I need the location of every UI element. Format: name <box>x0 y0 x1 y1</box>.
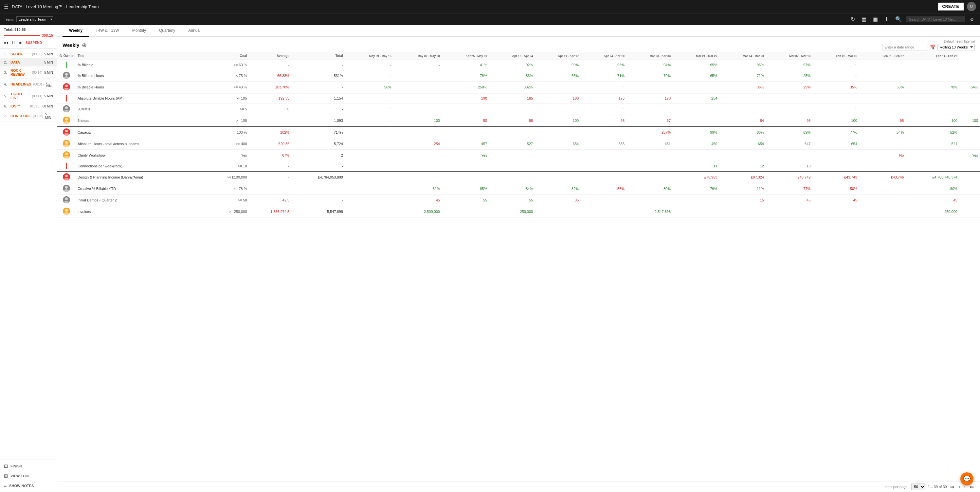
svg-point-21 <box>64 212 69 215</box>
sidebar-total: Total: 310:55 <box>0 25 57 33</box>
search-input[interactable] <box>906 16 965 22</box>
val-cell-3-7: 254 <box>673 93 719 104</box>
val-cell-5-6: 67 <box>627 115 673 127</box>
chart-icon[interactable]: ▦ <box>859 16 869 22</box>
add-scorecard-button[interactable]: ⊕ <box>82 42 87 49</box>
val-cell-10-2 <box>442 171 489 183</box>
download-icon[interactable]: ⬇ <box>883 16 891 22</box>
tab-t4w_&_t13w[interactable]: T4W & T13W <box>89 25 126 37</box>
val-cell-9-2 <box>442 161 489 172</box>
avatar[interactable]: U <box>967 2 976 11</box>
val-cell-11-5: 56% <box>581 183 627 195</box>
sidebar-footer-finish[interactable]: ⊡FINISH <box>0 461 57 471</box>
tab-quarterly[interactable]: Quarterly <box>153 25 182 37</box>
sidebar-item-to-do-list[interactable]: 5. TO-DO LIST (00:11) 5 MIN <box>0 90 57 102</box>
pause-button[interactable]: ⏸ <box>11 40 16 45</box>
val-cell-9-6 <box>627 161 673 172</box>
svg-point-2 <box>65 85 68 87</box>
rewind-button[interactable]: ⏮ <box>4 40 8 45</box>
goal-cell-9: >= 10 <box>204 161 249 172</box>
svg-point-3 <box>64 88 69 90</box>
val-cell-11-12: 80% <box>906 183 959 195</box>
scorecard-table: ⏱ OwnerTitleGoalAverageTotalMay 09 - May… <box>57 52 980 217</box>
owner-cell-12 <box>57 195 76 206</box>
chat-bubble[interactable]: 💬 <box>960 472 974 486</box>
item-num: 4. <box>4 82 8 86</box>
val-cell-4-5: ⌃ <box>581 104 627 115</box>
val-cell-6-13 <box>959 126 980 138</box>
items-per-page-select[interactable]: 50 <box>911 484 925 490</box>
table-row: % Billable Hours< 75 %66.38%531%⌃78%86%6… <box>57 70 980 81</box>
total-cell-3: 1,154 <box>291 93 345 104</box>
val-cell-6-3 <box>489 126 535 138</box>
refresh-icon[interactable]: ↻ <box>849 16 857 22</box>
tab-monthly[interactable]: Monthly <box>126 25 153 37</box>
svg-point-0 <box>65 73 68 76</box>
val-cell-13-1: 2,500,000 <box>393 206 442 217</box>
sidebar-footer: ⊡FINISH⊞VIEW TOOL≡SHOW NOTES <box>0 460 57 492</box>
team-select[interactable]: Leadership Team <box>16 16 53 22</box>
create-button[interactable]: CREATE <box>938 3 964 11</box>
total-cell-12: - <box>291 195 345 206</box>
gear-icon[interactable]: ⚙ <box>968 17 976 22</box>
screen-icon[interactable]: ▣ <box>871 16 880 22</box>
sidebar-item-ids™[interactable]: 6. IDS™ (01:18) 60 MIN <box>0 102 57 110</box>
tab-weekly[interactable]: Weekly <box>62 25 89 37</box>
val-cell-4-2 <box>442 104 489 115</box>
sidebar-item-data[interactable]: 2. DATA 5 MIN <box>0 58 57 67</box>
col-header-10: Apr 04 - Apr 10 <box>581 52 627 60</box>
val-cell-9-13 <box>959 161 980 172</box>
avg-cell-11: - <box>249 183 292 195</box>
svg-point-4 <box>65 107 68 109</box>
goal-cell-12: >= 50 <box>204 195 249 206</box>
pagination-range: 1 – 39 of 39 <box>928 485 947 489</box>
sidebar-item-rock-review[interactable]: 3. ROCK REVIEW (00:14) 5 MIN <box>0 67 57 78</box>
val-cell-13-13 <box>959 206 980 217</box>
val-cell-7-9: 547 <box>766 138 812 150</box>
menu-icon[interactable]: ☰ <box>4 3 8 10</box>
val-cell-0-4: 99% <box>535 60 581 70</box>
sidebar-item-conclude[interactable]: 7. CONCLUDE (00:20) 5 MIN <box>0 110 57 122</box>
val-cell-6-6: 257% <box>627 126 673 138</box>
item-dur: 5 MIN <box>44 53 53 56</box>
first-page-button[interactable]: ⏮ <box>950 484 955 489</box>
tab-annual[interactable]: Annual <box>182 25 207 37</box>
calendar-icon[interactable]: 📅 <box>930 45 935 50</box>
table-row: Initial Demos - Quarter 2>= 5042.5-45555… <box>57 195 980 206</box>
view tool-icon: ⊞ <box>4 473 8 479</box>
col-header-16: Feb 21 - Feb 27 <box>859 52 906 60</box>
avg-cell-7: 520.36 <box>249 138 292 150</box>
val-cell-10-6 <box>627 171 673 183</box>
last-page-button[interactable]: ⏭ <box>969 484 975 489</box>
top-bar: ☰ DATA | Level 10 Meeting™ - Leadership … <box>0 0 980 13</box>
sidebar-item-headlines[interactable]: 4. HEADLINES (00:31) 5 MIN <box>0 78 57 90</box>
interval-select[interactable]: Rolling 13 Weeks <box>937 44 975 50</box>
val-cell-8-11: No <box>859 150 906 161</box>
progress-fill <box>4 35 40 36</box>
total-cell-8: 2 <box>291 150 345 161</box>
val-cell-8-9 <box>766 150 812 161</box>
val-cell-8-7 <box>673 150 719 161</box>
val-cell-8-2: Yes <box>442 150 489 161</box>
goal-cell-11: >= 78 % <box>204 183 249 195</box>
table-container[interactable]: ⏱ OwnerTitleGoalAverageTotalMay 09 - May… <box>57 52 980 481</box>
col-header-17: Feb 14 - Feb 20 <box>906 52 959 60</box>
suspend-button[interactable]: SUSPEND <box>25 41 42 45</box>
date-range-input[interactable] <box>882 44 928 50</box>
sidebar-item-segue[interactable]: 1. SEGUE (00:06) 5 MIN <box>0 50 57 58</box>
owner-cell-1 <box>57 70 76 81</box>
sidebar-footer-view-tool[interactable]: ⊞VIEW TOOL <box>0 471 57 481</box>
val-cell-1-13 <box>959 70 980 81</box>
forward-button[interactable]: ⏭ <box>18 40 23 45</box>
val-cell-12-3: 55 <box>489 195 535 206</box>
val-cell-0-9: 97% <box>766 60 812 70</box>
total-cell-13: 5,547,898 <box>291 206 345 217</box>
val-cell-7-11 <box>859 138 906 150</box>
search-icon[interactable]: 🔍 <box>893 16 904 22</box>
val-cell-13-6: 2,547,898 <box>627 206 673 217</box>
val-cell-7-7: 450 <box>673 138 719 150</box>
prev-page-button[interactable]: ‹ <box>958 484 961 489</box>
team-select-wrap: Leadership Team <box>16 16 53 22</box>
val-cell-11-9: 77% <box>766 183 812 195</box>
sidebar-footer-show-notes[interactable]: ≡SHOW NOTES <box>0 481 57 491</box>
